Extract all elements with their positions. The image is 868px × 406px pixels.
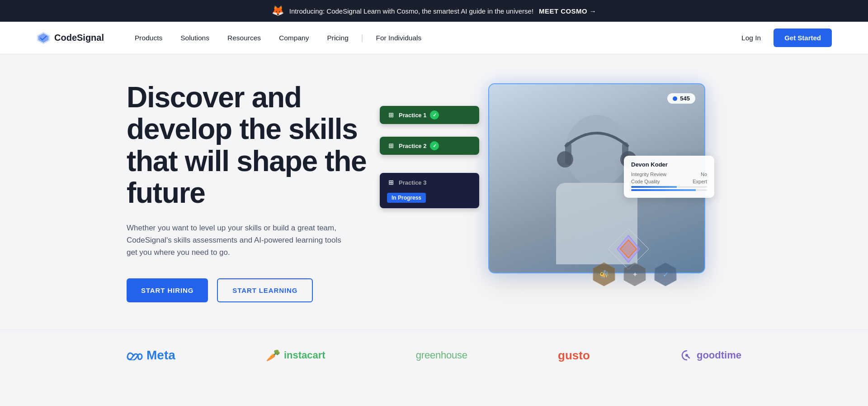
cosmo-emoji-icon: 🦊 [272, 5, 284, 17]
nav-products[interactable]: Products [126, 30, 171, 46]
practice-label-2: Practice 2 [399, 143, 426, 149]
nav-for-individuals[interactable]: For Individuals [367, 30, 430, 46]
grid-icon-1: ⊞ [387, 111, 395, 119]
check-circle-1: ✓ [430, 110, 439, 119]
meta-logo-icon [127, 350, 143, 360]
logo-gusto: gusto [558, 349, 590, 363]
nav-pricing[interactable]: Pricing [318, 30, 357, 46]
hero-title: Discover and develop the skills that wil… [127, 81, 398, 209]
logo-greenhouse: greenhouse [416, 349, 467, 361]
practice-label-1: Practice 1 [399, 112, 426, 119]
meet-cosmo-link[interactable]: MEET COSMO → [539, 7, 596, 15]
badge-hex-3-svg: ✓ [653, 262, 678, 287]
score-value: 545 [680, 95, 690, 102]
hero-section: Discover and develop the skills that wil… [0, 54, 868, 330]
logo-instacart: 🥕 instacart [266, 349, 326, 363]
code-quality-label: Code Quality [631, 179, 660, 184]
nav-divider: | [358, 33, 367, 43]
badge-hex-1-svg: 🐝 [591, 262, 617, 287]
hero-visual: 545 ⊞ Practice 1 ✓ ⊞ Practice 2 ✓ ⊞ Prac… [434, 83, 705, 301]
start-learning-button[interactable]: START LEARNING [217, 278, 313, 302]
in-progress-badge: In Progress [387, 193, 426, 203]
svg-text:🐝: 🐝 [599, 269, 609, 279]
svg-text:✦: ✦ [632, 271, 638, 278]
practice-card-2: ⊞ Practice 2 ✓ [380, 137, 479, 155]
get-started-button[interactable]: Get Started [774, 29, 832, 47]
integrity-label: Integrity Review [631, 172, 666, 177]
meta-logo-text: Meta [146, 348, 175, 363]
badges-row: 🐝 ✦ ✓ [591, 262, 678, 287]
nav-company[interactable]: Company [270, 30, 318, 46]
code-quality-value: Expert [693, 179, 707, 184]
hero-buttons: START HIRING START LEARNING [127, 278, 398, 302]
skill-bar-1 [631, 186, 707, 188]
grid-icon-2: ⊞ [387, 142, 395, 150]
score-dot [673, 96, 677, 101]
navbar: CodeSignal Products Solutions Resources … [0, 22, 868, 54]
goodtime-logo-text: goodtime [697, 349, 741, 361]
nav-login[interactable]: Log In [736, 30, 766, 46]
instacart-carrot-icon: 🥕 [266, 349, 280, 363]
badge-2: ✦ [622, 262, 647, 287]
nav-links: Products Solutions Resources Company Pri… [126, 30, 736, 46]
greenhouse-logo-text: greenhouse [416, 349, 467, 361]
logo-goodtime: goodtime [680, 349, 741, 362]
badge-1: 🐝 [591, 262, 617, 287]
code-quality-row: Code Quality Expert [631, 179, 707, 184]
logos-section: Meta 🥕 instacart greenhouse gusto goodti… [0, 330, 868, 381]
grid-icon-3: ⊞ [387, 178, 395, 186]
hero-content: Discover and develop the skills that wil… [127, 81, 398, 302]
integrity-row: Integrity Review No [631, 172, 707, 177]
profile-name: Devon Koder [631, 161, 707, 168]
instacart-logo-text: instacart [284, 349, 326, 361]
logo[interactable]: CodeSignal [36, 32, 104, 44]
check-circle-2: ✓ [430, 141, 439, 150]
badge-hex-2-svg: ✦ [622, 262, 647, 287]
start-hiring-button[interactable]: START HIRING [127, 278, 208, 302]
nav-resources[interactable]: Resources [218, 30, 270, 46]
codesignal-logo-icon [36, 32, 51, 44]
announcement-bar: 🦊 Introducing: CodeSignal Learn with Cos… [0, 0, 868, 22]
svg-point-0 [565, 115, 628, 187]
practice-card-3: ⊞ Practice 3 In Progress [380, 173, 479, 208]
svg-point-4 [557, 151, 573, 167]
goodtime-logo-icon [680, 349, 693, 362]
nav-right: Log In Get Started [736, 29, 832, 47]
practice-label-3: Practice 3 [399, 179, 426, 186]
announcement-text: Introducing: CodeSignal Learn with Cosmo… [289, 7, 533, 15]
logo-meta: Meta [127, 348, 175, 363]
gusto-logo-text: gusto [558, 349, 590, 363]
badge-3: ✓ [653, 262, 678, 287]
skill-bar-2 [631, 189, 707, 191]
practice-card-1: ⊞ Practice 1 ✓ [380, 106, 479, 124]
profile-overlay: Devon Koder Integrity Review No Code Qua… [624, 156, 714, 198]
hero-subtitle: Whether you want to level up your skills… [127, 222, 353, 259]
integrity-value: No [701, 172, 707, 177]
logo-text: CodeSignal [54, 33, 104, 43]
svg-text:✓: ✓ [663, 271, 669, 278]
score-badge: 545 [667, 93, 695, 104]
nav-solutions[interactable]: Solutions [171, 30, 218, 46]
